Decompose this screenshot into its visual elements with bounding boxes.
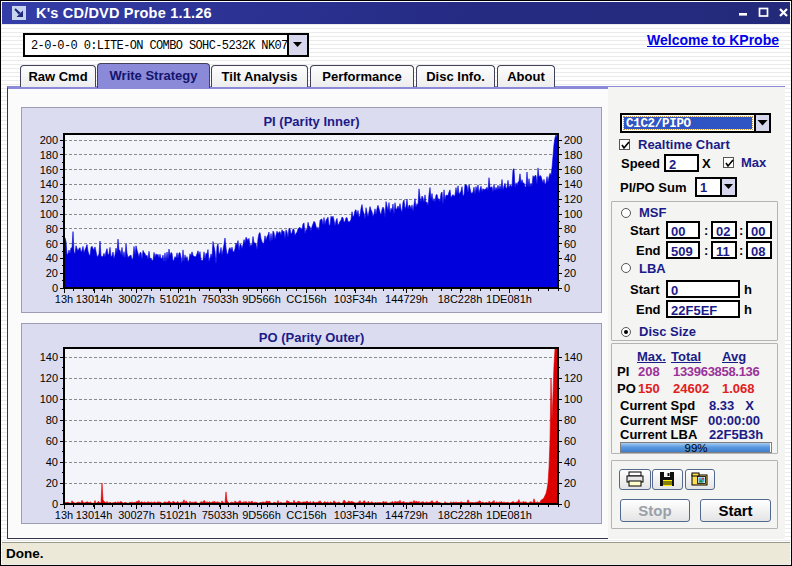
svg-text:120: 120 (564, 372, 582, 384)
svg-text:13h: 13h (55, 293, 73, 305)
svg-text:13014h: 13014h (76, 509, 113, 521)
svg-text:140: 140 (40, 178, 58, 190)
svg-text:100: 100 (40, 208, 58, 220)
svg-text:144729h: 144729h (385, 293, 428, 305)
svg-text:20: 20 (564, 477, 576, 489)
svg-text:CC156h: CC156h (286, 509, 326, 521)
svg-text:80: 80 (46, 414, 58, 426)
svg-text:60: 60 (46, 238, 58, 250)
svg-text:75033h: 75033h (202, 293, 239, 305)
svg-text:200: 200 (564, 134, 582, 146)
svg-text:60: 60 (564, 238, 576, 250)
svg-text:13h: 13h (55, 509, 73, 521)
svg-text:80: 80 (46, 223, 58, 235)
svg-text:9D566h: 9D566h (242, 509, 281, 521)
svg-text:140: 140 (40, 351, 58, 363)
svg-text:120: 120 (40, 193, 58, 205)
svg-text:40: 40 (46, 456, 58, 468)
svg-text:100: 100 (564, 208, 582, 220)
svg-text:1DE081h: 1DE081h (486, 509, 532, 521)
svg-text:18C228h: 18C228h (438, 293, 483, 305)
svg-text:60: 60 (46, 435, 58, 447)
svg-text:100: 100 (564, 393, 582, 405)
svg-text:30027h: 30027h (118, 509, 155, 521)
svg-text:20: 20 (46, 267, 58, 279)
svg-text:40: 40 (46, 252, 58, 264)
svg-text:160: 160 (564, 164, 582, 176)
svg-text:20: 20 (564, 267, 576, 279)
svg-text:144729h: 144729h (385, 509, 428, 521)
svg-text:140: 140 (564, 351, 582, 363)
svg-text:0: 0 (564, 498, 570, 510)
svg-text:1DE081h: 1DE081h (486, 293, 532, 305)
svg-text:80: 80 (564, 414, 576, 426)
svg-text:30027h: 30027h (118, 293, 155, 305)
svg-text:9D566h: 9D566h (242, 293, 281, 305)
svg-text:180: 180 (564, 149, 582, 161)
svg-text:51021h: 51021h (160, 509, 197, 521)
svg-text:180: 180 (40, 149, 58, 161)
svg-text:18C228h: 18C228h (438, 509, 483, 521)
svg-text:CC156h: CC156h (286, 293, 326, 305)
svg-text:40: 40 (564, 252, 576, 264)
svg-text:0: 0 (564, 282, 570, 294)
svg-text:100: 100 (40, 393, 58, 405)
svg-text:60: 60 (564, 435, 576, 447)
svg-text:20: 20 (46, 477, 58, 489)
svg-text:80: 80 (564, 223, 576, 235)
svg-text:40: 40 (564, 456, 576, 468)
svg-text:120: 120 (564, 193, 582, 205)
svg-text:140: 140 (564, 178, 582, 190)
svg-text:120: 120 (40, 372, 58, 384)
svg-text:200: 200 (40, 134, 58, 146)
svg-text:75033h: 75033h (202, 509, 239, 521)
svg-text:13014h: 13014h (76, 293, 113, 305)
svg-text:51021h: 51021h (160, 293, 197, 305)
svg-text:103F34h: 103F34h (334, 509, 377, 521)
svg-text:160: 160 (40, 164, 58, 176)
svg-text:103F34h: 103F34h (334, 293, 377, 305)
